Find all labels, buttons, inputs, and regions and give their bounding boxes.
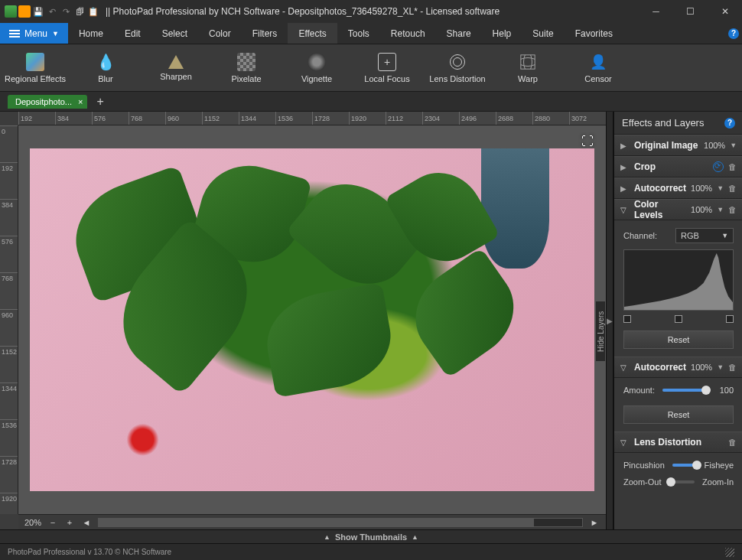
white-point-handle[interactable] — [726, 315, 734, 323]
redo-icon[interactable]: ↷ — [60, 5, 72, 18]
image-viewport[interactable]: ⛶ Hide Layers — [18, 125, 606, 514]
menu-effects[interactable]: Effects — [288, 23, 337, 44]
qa-icon-2[interactable] — [18, 5, 31, 18]
canvas-area: 1923845767689601152134415361728192021122… — [0, 112, 606, 529]
fullscreen-icon[interactable]: ⛶ — [581, 135, 594, 148]
opacity-dropdown-icon[interactable]: ▼ — [717, 184, 724, 192]
layer-crop[interactable]: ▶ Crop 🗑 — [614, 156, 742, 177]
pixelate-icon — [237, 53, 255, 71]
save-icon[interactable]: 💾 — [32, 5, 44, 18]
amount-slider[interactable] — [662, 389, 706, 392]
sync-icon[interactable] — [713, 161, 724, 172]
undo-icon[interactable]: ↶ — [46, 5, 58, 18]
menu-favorites[interactable]: Favorites — [565, 23, 623, 44]
tool-sharpen[interactable]: Sharpen — [141, 44, 211, 91]
close-button[interactable]: ✕ — [708, 0, 742, 23]
opacity-dropdown-icon[interactable]: ▼ — [717, 206, 724, 213]
censor-icon: 👤 — [589, 53, 607, 71]
opacity-dropdown-icon[interactable]: ▼ — [717, 363, 724, 371]
qa-icon-1[interactable] — [5, 5, 17, 18]
panel-help-icon[interactable]: ? — [724, 118, 735, 129]
layer-color-levels[interactable]: ▽ Color Levels 100% ▼ 🗑 — [614, 199, 742, 220]
tool-vignette[interactable]: Vignette — [282, 44, 352, 91]
menu-share[interactable]: Share — [436, 23, 482, 44]
tool-regional-effects[interactable]: Regional Effects — [0, 44, 70, 91]
document-tab[interactable]: Depositphoto... × — [8, 95, 87, 109]
histogram[interactable] — [623, 249, 734, 311]
vignette-icon — [308, 53, 326, 71]
add-tab-button[interactable]: + — [92, 95, 108, 109]
trash-icon[interactable]: 🗑 — [728, 162, 737, 171]
scroll-right-button[interactable]: ► — [589, 518, 600, 527]
tool-local-focus[interactable]: Local Focus — [352, 44, 422, 91]
horizontal-scrollbar[interactable] — [98, 518, 583, 527]
layer-original-image[interactable]: ▶ Original Image 100% ▼ — [614, 135, 742, 156]
effects-layers-panel: Effects and Layers ? ▶ Original Image 10… — [613, 112, 742, 529]
tool-warp[interactable]: Warp — [493, 44, 563, 91]
effects-toolbar: Regional Effects💧BlurSharpenPixelateVign… — [0, 44, 742, 92]
vertical-ruler: 0192384576768960115213441536172819202112 — [0, 125, 18, 514]
menubar: Menu ▼ HomeEditSelectColorFiltersEffects… — [0, 23, 742, 44]
menu-filters[interactable]: Filters — [242, 23, 288, 44]
distortion-slider[interactable] — [672, 464, 697, 467]
regional-effects-icon — [26, 53, 44, 71]
menu-select[interactable]: Select — [151, 23, 198, 44]
panel-title: Effects and Layers — [622, 117, 704, 129]
menu-color[interactable]: Color — [198, 23, 242, 44]
chevron-down-icon: ▼ — [721, 232, 728, 239]
status-text: PhotoPad Professional v 13.70 © NCH Soft… — [8, 548, 171, 556]
horizontal-ruler: 1923845767689601152134415361728192021122… — [18, 112, 606, 125]
layer-autocorrect[interactable]: ▶ Autocorrect 100% ▼ 🗑 — [614, 177, 742, 199]
qa-icon-7[interactable]: 📋 — [87, 5, 99, 18]
layer-autocorrect-2[interactable]: ▽ Autocorrect 100% ▼ 🗑 — [614, 357, 742, 378]
show-thumbnails-toggle[interactable]: ▲ Show Thumbnails ▲ — [0, 529, 742, 543]
trash-icon[interactable]: 🗑 — [728, 205, 737, 214]
zoom-in-button[interactable]: + — [64, 518, 75, 527]
help-icon[interactable]: ? — [725, 23, 742, 44]
resize-grip[interactable] — [725, 548, 734, 557]
chevron-up-icon: ▲ — [412, 533, 418, 541]
chevron-down-icon: ▼ — [52, 30, 59, 37]
menu-button[interactable]: Menu ▼ — [0, 23, 68, 44]
trash-icon[interactable]: 🗑 — [728, 184, 737, 193]
chevron-down-icon: ▽ — [620, 438, 630, 447]
channel-select[interactable]: RGB ▼ — [675, 228, 734, 243]
reset-button[interactable]: Reset — [623, 330, 734, 349]
titlebar: 💾 ↶ ↷ 🗐 📋 || PhotoPad Professional by NC… — [0, 0, 742, 23]
warp-icon — [519, 53, 537, 71]
tool-pixelate[interactable]: Pixelate — [211, 44, 282, 91]
menu-home[interactable]: Home — [68, 23, 114, 44]
panel-collapse-handle[interactable]: ▶ — [606, 112, 613, 529]
svg-marker-1 — [624, 253, 733, 310]
maximize-button[interactable]: ☐ — [673, 0, 708, 23]
chevron-down-icon: ▽ — [620, 206, 630, 214]
trash-icon[interactable]: 🗑 — [728, 438, 737, 447]
hide-layers-tab[interactable]: Hide Layers — [595, 301, 606, 362]
qa-icon-6[interactable]: 🗐 — [73, 5, 86, 18]
scroll-left-button[interactable]: ◄ — [81, 518, 92, 527]
zoom-out-label: Zoom-Out — [623, 477, 662, 487]
tool-censor[interactable]: 👤Censor — [563, 44, 633, 91]
tool-blur[interactable]: 💧Blur — [70, 44, 141, 91]
fisheye-label: Fisheye — [705, 461, 734, 470]
mid-point-handle[interactable] — [675, 315, 682, 323]
menu-retouch[interactable]: Retouch — [380, 23, 436, 44]
menu-suite[interactable]: Suite — [522, 23, 564, 44]
minimize-button[interactable]: ─ — [639, 0, 673, 23]
reset-button[interactable]: Reset — [623, 405, 734, 424]
lens-distortion-content: Pincushion Fisheye Zoom-Out Zoom-In — [614, 453, 742, 502]
amount-value: 100 — [714, 386, 734, 395]
tool-lens-distortion[interactable]: Lens Distortion — [422, 44, 493, 91]
menu-help[interactable]: Help — [482, 23, 522, 44]
zoom-percent: 20% — [24, 518, 41, 527]
close-tab-icon[interactable]: × — [78, 97, 83, 106]
menu-edit[interactable]: Edit — [114, 23, 151, 44]
hamburger-icon — [9, 30, 20, 37]
zoom-out-button[interactable]: − — [47, 518, 58, 527]
trash-icon[interactable]: 🗑 — [728, 363, 737, 372]
layer-lens-distortion[interactable]: ▽ Lens Distortion 🗑 — [614, 431, 742, 453]
opacity-dropdown-icon[interactable]: ▼ — [730, 142, 737, 149]
zoom-slider[interactable] — [669, 480, 695, 483]
menu-tools[interactable]: Tools — [337, 23, 380, 44]
black-point-handle[interactable] — [623, 315, 631, 323]
